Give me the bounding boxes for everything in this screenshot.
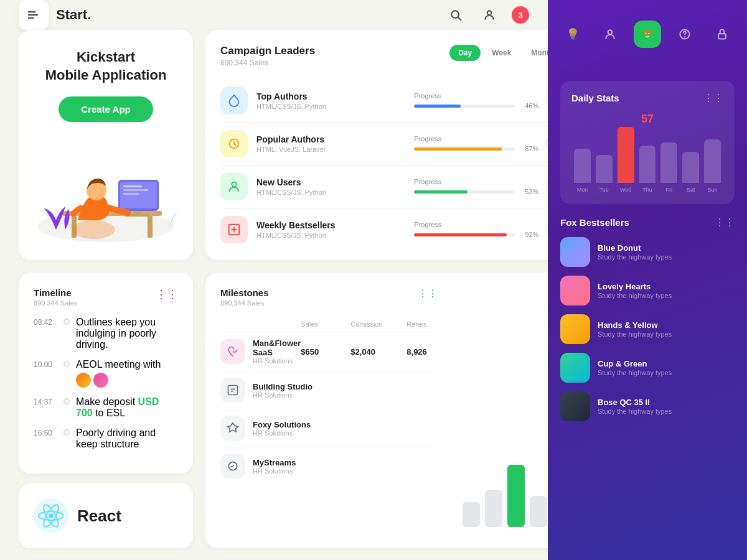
main-area: Start. 3 Kickstart Mobile Application Cr…: [0, 0, 548, 560]
bar-label: Fri: [666, 187, 673, 193]
create-app-button[interactable]: Create App: [59, 96, 153, 122]
logo: [19, 0, 49, 30]
progress-bar-wrap: 53%: [414, 188, 538, 195]
milestone-icon: [220, 416, 245, 441]
progress-fill: [414, 105, 461, 108]
row-icon: [220, 173, 248, 200]
fox-item-name: Bose QC 35 II: [598, 398, 672, 407]
timeline-text: Make deposit USD 700 to ESL: [76, 396, 178, 419]
daily-bars: Mon Tue Wed Thu Fri Sat Sun: [571, 131, 723, 193]
bar-label: Mon: [577, 187, 588, 193]
milestone-icon: [220, 378, 245, 403]
fox-item-sub: Study the highway types: [598, 369, 672, 376]
tab-week[interactable]: Week: [483, 45, 520, 61]
fox-bestsellers-more[interactable]: ⋮⋮: [715, 217, 735, 228]
milestones-more-icon[interactable]: ⋮⋮: [418, 287, 438, 299]
milestone-icon: [220, 339, 245, 364]
sidebar-question-icon[interactable]: [671, 21, 698, 48]
sidebar-user-icon[interactable]: [596, 21, 624, 48]
progress-label: Progress: [414, 221, 538, 228]
fox-bestsellers: Fox Bestsellers ⋮⋮ Blue Donut Study the …: [560, 217, 735, 421]
fox-item-info: Cup & Green Study the highway types: [598, 359, 672, 376]
campaign-row: Top Authors HTML/CSS/JS, Python Progress…: [220, 80, 562, 123]
row-icon: [220, 130, 248, 157]
col-refers: Refers: [406, 320, 438, 328]
user-icon[interactable]: [478, 4, 500, 26]
tab-day[interactable]: Day: [449, 45, 481, 61]
sidebar-content: Daily Stats ⋮⋮ 57 Mon Tue Wed Thu Fri Sa…: [548, 68, 747, 560]
daily-stats-peak: 57: [571, 113, 723, 126]
avatar: [76, 373, 91, 388]
fox-bestseller-item[interactable]: Blue Donut Study the highway types: [560, 237, 735, 267]
timeline-item: 08:42 Outlines keep you indulging in poo…: [34, 317, 178, 350]
row-sub: HTML/CSS/JS, Python: [256, 103, 414, 110]
sidebar-bulb-icon[interactable]: 💡: [559, 21, 586, 48]
campaign-tabs: Day Week Month: [449, 45, 562, 61]
row-name: Popular Authors: [256, 134, 414, 144]
kickstart-illustration: [31, 133, 181, 245]
milestone-sales: $650: [301, 347, 338, 357]
svg-rect-30: [485, 490, 502, 527]
campaign-rows-container: Top Authors HTML/CSS/JS, Python Progress…: [220, 80, 562, 251]
fox-item-info: Hands & Yellow Study the highway types: [598, 320, 672, 338]
fox-bestseller-item[interactable]: Cup & Green Study the highway types: [560, 353, 735, 383]
milestone-refers: 8,926: [406, 347, 438, 357]
bar-wrap: Wed: [618, 127, 634, 193]
fox-item-thumbnail: [560, 353, 590, 383]
timeline-items: 08:42 Outlines keep you indulging in poo…: [34, 317, 178, 450]
svg-point-36: [649, 33, 650, 34]
milestone-sub: HR Solutions: [253, 357, 301, 365]
kickstart-title: Kickstart Mobile Application: [45, 49, 167, 84]
svg-point-20: [232, 182, 236, 187]
campaign-row: Popular Authors HTML, VueJS, Laravel Pro…: [220, 123, 562, 166]
timeline-avatars: [76, 373, 161, 388]
milestone-row: MyStreams HR Solutions: [220, 447, 438, 485]
row-sub: HTML/CSS/JS, Python: [256, 189, 414, 196]
progress-bar-wrap: 92%: [414, 231, 538, 238]
svg-rect-13: [123, 189, 148, 191]
header-icons: 3: [444, 4, 529, 26]
sidebar-top-icons: 💡: [548, 0, 747, 68]
svg-rect-31: [507, 465, 525, 527]
notification-badge[interactable]: 3: [512, 6, 529, 24]
row-info: New Users HTML/CSS/JS, Python: [256, 177, 414, 196]
left-bottom: Timeline 890,344 Sales ⋮⋮ 08:42 Outlines…: [19, 273, 193, 548]
search-icon[interactable]: [444, 4, 467, 26]
row-sub: HTML/CSS/JS, Python: [256, 231, 414, 239]
campaign-header: Campaign Leaders 890,344 Sales Day Week …: [220, 45, 562, 67]
progress-fill: [414, 147, 502, 151]
bar-label: Thu: [642, 187, 652, 193]
timeline-text: AEOL meeting with: [76, 359, 161, 388]
sidebar-fox-icon[interactable]: [634, 21, 661, 48]
fox-bestseller-item[interactable]: Lovely Hearts Study the highway types: [560, 276, 735, 306]
timeline-more-icon[interactable]: ⋮⋮: [156, 287, 178, 301]
fox-bestseller-item[interactable]: Hands & Yellow Study the highway types: [560, 314, 735, 344]
svg-point-17: [72, 220, 115, 239]
fox-item-name: Lovely Hearts: [598, 282, 672, 291]
row-icon: [220, 216, 248, 243]
timeline-card: Timeline 890,344 Sales ⋮⋮ 08:42 Outlines…: [19, 273, 193, 474]
progress-pct: 53%: [520, 188, 538, 195]
timeline-dot: [63, 361, 70, 367]
timeline-dot: [63, 319, 70, 325]
fox-bestseller-item[interactable]: Bose QC 35 II Study the highway types: [560, 391, 735, 421]
avatar: [93, 373, 108, 388]
milestone-info: Building Studio HR Solutions: [253, 382, 326, 399]
milestone-info: MyStreams HR Solutions: [253, 458, 326, 475]
milestone-name: MyStreams: [253, 458, 326, 467]
row-name: Top Authors: [256, 91, 414, 101]
milestones-subtitle: 890,344 Sales: [220, 299, 438, 307]
campaign-row: Weekly Bestsellers HTML/CSS/JS, Python P…: [220, 208, 562, 251]
daily-stats-more[interactable]: ⋮⋮: [703, 92, 723, 104]
timeline-highlight: USD 700: [76, 396, 159, 418]
bar-label: Sat: [687, 187, 695, 193]
header: Start. 3: [0, 0, 548, 30]
bar-label: Sun: [708, 187, 718, 193]
milestone-rows: Man&Flower SaaS HR Solutions $650 $2,040…: [220, 332, 438, 485]
svg-point-35: [646, 33, 647, 34]
svg-point-38: [685, 37, 685, 37]
progress-bar: [414, 147, 515, 151]
fox-bestsellers-header: Fox Bestsellers ⋮⋮: [560, 217, 735, 228]
sidebar-lock-icon[interactable]: [708, 21, 736, 48]
milestone-commission: $2,040: [350, 347, 394, 357]
